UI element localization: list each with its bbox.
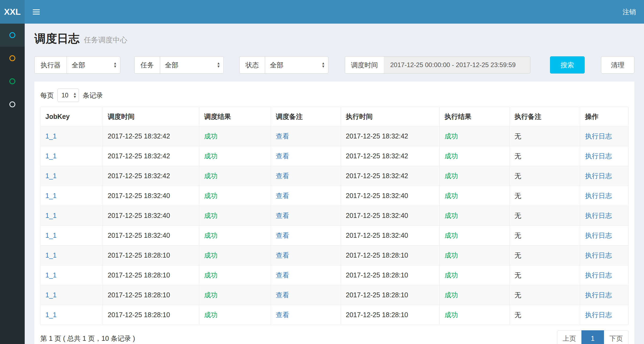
status-select-value: 全部	[270, 61, 283, 69]
cell-action: 执行日志	[580, 186, 628, 206]
cell-handle-time: 2017-12-25 18:28:10	[341, 285, 440, 305]
cell-handle-msg: 无	[509, 166, 580, 186]
exec-log-link[interactable]: 执行日志	[585, 192, 612, 199]
app-logo-text: XXL	[4, 7, 21, 17]
time-range-input[interactable]	[384, 56, 530, 74]
sidebar-item[interactable]	[0, 24, 25, 47]
column-header: 执行备注	[509, 107, 580, 126]
job-filter-label: 任务	[134, 56, 160, 74]
cell-trigger-time: 2017-12-25 18:32:42	[103, 126, 199, 146]
cell-jobkey: 1_1	[41, 186, 103, 206]
logout-link[interactable]: 注销	[623, 8, 636, 16]
cell-trigger-time: 2017-12-25 18:32:42	[103, 166, 199, 186]
cell-jobkey: 1_1	[41, 166, 103, 186]
circle-icon	[9, 101, 15, 107]
sidebar	[0, 24, 25, 344]
cell-jobkey: 1_1	[41, 126, 103, 146]
trigger-msg-link[interactable]: 查看	[276, 192, 289, 199]
jobkey-link[interactable]: 1_1	[45, 192, 57, 199]
trigger-msg-link[interactable]: 查看	[276, 212, 289, 219]
main-content: 调度日志 任务调度中心 执行器 全部 ▲▼ 任务 全部 ▲▼ 状态 全部 ▲▼	[25, 24, 644, 344]
table-row: 1_1 2017-12-25 18:28:10 成功 查看 2017-12-25…	[41, 305, 628, 325]
trigger-msg-link[interactable]: 查看	[276, 271, 289, 279]
exec-log-link[interactable]: 执行日志	[585, 311, 612, 319]
cell-handle-result: 成功	[440, 265, 509, 285]
exec-log-link[interactable]: 执行日志	[585, 212, 612, 219]
table-row: 1_1 2017-12-25 18:32:42 成功 查看 2017-12-25…	[41, 126, 628, 146]
cell-handle-time: 2017-12-25 18:32:42	[341, 126, 440, 146]
sidebar-item[interactable]	[0, 70, 25, 93]
column-header: 调度结果	[199, 107, 271, 126]
cell-trigger-result: 成功	[199, 285, 271, 305]
cell-jobkey: 1_1	[41, 265, 103, 285]
navbar-main: 注销	[25, 0, 644, 24]
exec-log-link[interactable]: 执行日志	[585, 271, 612, 279]
table-row: 1_1 2017-12-25 18:32:42 成功 查看 2017-12-25…	[41, 166, 628, 186]
cell-trigger-msg: 查看	[271, 226, 341, 246]
cell-handle-time: 2017-12-25 18:28:10	[341, 305, 440, 325]
cell-trigger-msg: 查看	[271, 166, 341, 186]
jobkey-link[interactable]: 1_1	[45, 232, 57, 239]
jobkey-link[interactable]: 1_1	[45, 172, 57, 180]
cell-handle-result: 成功	[440, 126, 509, 146]
cell-trigger-msg: 查看	[271, 265, 341, 285]
jobkey-link[interactable]: 1_1	[45, 311, 57, 319]
search-button[interactable]: 搜索	[550, 56, 585, 74]
cell-trigger-time: 2017-12-25 18:32:42	[103, 146, 199, 166]
trigger-msg-link[interactable]: 查看	[276, 172, 289, 180]
cell-trigger-msg: 查看	[271, 246, 341, 265]
trigger-msg-link[interactable]: 查看	[276, 132, 289, 140]
cell-trigger-msg: 查看	[271, 146, 341, 166]
jobkey-link[interactable]: 1_1	[45, 251, 57, 259]
cell-action: 执行日志	[580, 126, 628, 146]
trigger-msg-link[interactable]: 查看	[276, 291, 289, 299]
trigger-msg-link[interactable]: 查看	[276, 251, 289, 259]
trigger-msg-link[interactable]: 查看	[276, 152, 289, 160]
cell-trigger-msg: 查看	[271, 126, 341, 146]
cell-handle-msg: 无	[509, 246, 580, 265]
job-select[interactable]: 全部 ▲▼	[160, 56, 224, 74]
table-row: 1_1 2017-12-25 18:32:40 成功 查看 2017-12-25…	[41, 186, 628, 206]
exec-log-link[interactable]: 执行日志	[585, 172, 612, 180]
time-filter-group: 调度时间	[345, 56, 530, 74]
cell-handle-result: 成功	[440, 226, 509, 246]
exec-log-link[interactable]: 执行日志	[585, 132, 612, 140]
cell-handle-time: 2017-12-25 18:28:10	[341, 265, 440, 285]
jobkey-link[interactable]: 1_1	[45, 212, 57, 219]
status-select[interactable]: 全部 ▲▼	[265, 56, 328, 74]
select-arrows-icon: ▲▼	[113, 62, 117, 68]
executor-select-value: 全部	[72, 61, 85, 69]
exec-log-link[interactable]: 执行日志	[585, 291, 612, 299]
jobkey-link[interactable]: 1_1	[45, 291, 57, 299]
jobkey-link[interactable]: 1_1	[45, 152, 57, 160]
time-filter-label: 调度时间	[345, 56, 384, 74]
cell-handle-result: 成功	[440, 206, 509, 226]
cell-handle-msg: 无	[509, 186, 580, 206]
cell-handle-result: 成功	[440, 246, 509, 265]
executor-select[interactable]: 全部 ▲▼	[67, 56, 120, 74]
cell-handle-msg: 无	[509, 305, 580, 325]
clear-button[interactable]: 清理	[601, 56, 634, 74]
jobkey-link[interactable]: 1_1	[45, 271, 57, 279]
cell-action: 执行日志	[580, 226, 628, 246]
prev-page-button[interactable]: 上页	[557, 330, 582, 344]
page-size-select[interactable]: 10 ▲▼	[57, 89, 79, 102]
exec-log-link[interactable]: 执行日志	[585, 251, 612, 259]
trigger-msg-link[interactable]: 查看	[276, 232, 289, 239]
cell-handle-result: 成功	[440, 146, 509, 166]
cell-jobkey: 1_1	[41, 226, 103, 246]
next-page-button[interactable]: 下页	[604, 330, 628, 344]
exec-log-link[interactable]: 执行日志	[585, 232, 612, 239]
jobkey-link[interactable]: 1_1	[45, 132, 57, 140]
cell-trigger-result: 成功	[199, 265, 271, 285]
app-logo[interactable]: XXL	[0, 0, 25, 24]
trigger-msg-link[interactable]: 查看	[276, 311, 289, 319]
sidebar-toggle-icon[interactable]	[33, 8, 40, 16]
sidebar-item[interactable]	[0, 93, 25, 116]
current-page-button[interactable]: 1	[581, 330, 604, 344]
circle-icon	[9, 55, 15, 61]
exec-log-link[interactable]: 执行日志	[585, 152, 612, 160]
sidebar-item[interactable]	[0, 47, 25, 70]
cell-trigger-msg: 查看	[271, 206, 341, 226]
page-title-text: 调度日志	[34, 31, 79, 46]
